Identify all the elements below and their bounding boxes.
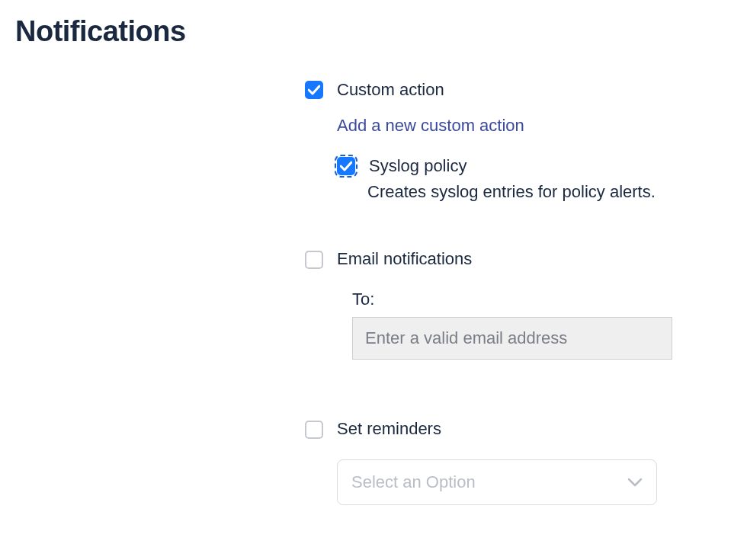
add-custom-action-link[interactable]: Add a new custom action	[305, 114, 732, 138]
syslog-policy-description: Creates syslog entries for policy alerts…	[305, 182, 732, 202]
check-icon	[340, 161, 352, 171]
email-to-label: To:	[352, 290, 732, 309]
syslog-policy-checkbox[interactable]	[337, 157, 355, 175]
email-notifications-label: Email notifications	[337, 248, 472, 271]
reminders-select[interactable]: Select an Option	[337, 459, 657, 505]
syslog-policy-row: Syslog policy	[305, 155, 732, 178]
notifications-form: Custom action Add a new custom action Sy…	[305, 78, 732, 505]
page-title: Notifications	[15, 15, 732, 48]
custom-action-row: Custom action	[305, 78, 732, 102]
set-reminders-label: Set reminders	[337, 418, 441, 441]
email-notifications-checkbox[interactable]	[305, 251, 323, 269]
reminders-select-placeholder: Select an Option	[351, 472, 476, 492]
custom-action-label: Custom action	[337, 78, 444, 102]
set-reminders-fields: Select an Option	[305, 459, 732, 505]
set-reminders-row: Set reminders	[305, 418, 732, 441]
custom-action-checkbox[interactable]	[305, 81, 323, 99]
email-to-input[interactable]	[352, 317, 672, 360]
email-notifications-fields: To:	[305, 290, 732, 360]
email-notifications-row: Email notifications	[305, 248, 732, 271]
set-reminders-checkbox[interactable]	[305, 421, 323, 439]
chevron-down-icon	[627, 477, 643, 488]
check-icon	[308, 85, 320, 95]
syslog-policy-label: Syslog policy	[369, 155, 466, 178]
